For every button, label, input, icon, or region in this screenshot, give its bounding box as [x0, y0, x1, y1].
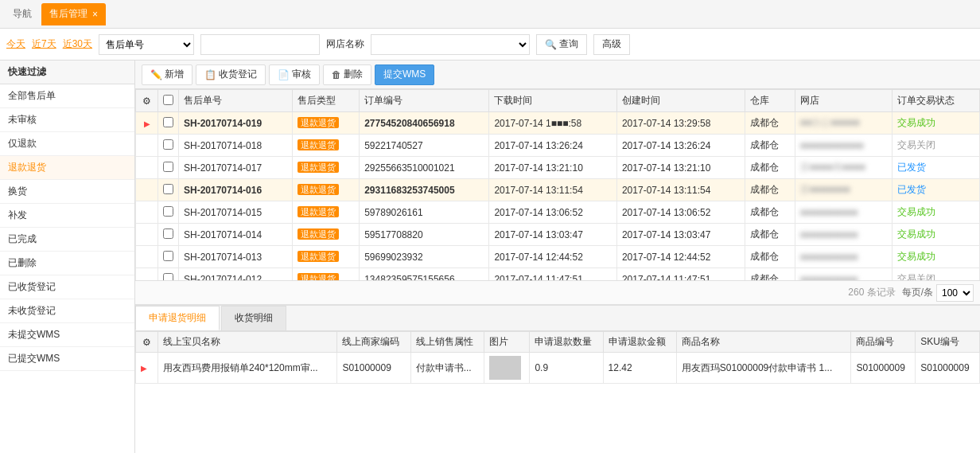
nav-bar: 导航 售后管理 ×: [0, 0, 980, 29]
bottom-col-seller-code: 线上商家编码: [337, 332, 410, 353]
row-order-num: 59221740527: [364, 140, 422, 151]
row-id: SH-20170714-019: [184, 118, 262, 129]
row-checkbox-cell: [158, 224, 179, 246]
row-checkbox[interactable]: [163, 206, 173, 217]
sidebar-item-reissue[interactable]: 补发: [0, 204, 134, 228]
total-records: 260 条记录: [848, 286, 895, 299]
query-button[interactable]: 🔍 查询: [536, 34, 587, 55]
filter-bar: 今天 近7天 近30天 售后单号 网店名称 🔍 查询 高级: [0, 29, 980, 61]
col-warehouse: 仓库: [745, 90, 795, 112]
row-type-cell: 退款退货: [293, 246, 360, 268]
row-order-cell: 59699023932: [360, 246, 489, 268]
row-checkbox[interactable]: [163, 139, 173, 150]
row-checkbox[interactable]: [163, 117, 173, 127]
row-checkbox[interactable]: [163, 184, 173, 194]
row-shop-cell: 苏■■■■■■■: [795, 179, 892, 201]
search-input[interactable]: [200, 34, 320, 55]
sidebar-item-not-submitted-wms[interactable]: 未提交WMS: [0, 323, 134, 347]
shop-selector[interactable]: [371, 34, 530, 55]
advanced-button[interactable]: 高级: [593, 34, 630, 55]
sidebar-item-submitted-wms[interactable]: 已提交WMS: [0, 347, 134, 371]
receive-label: 收货登记: [219, 68, 257, 81]
row-shop-cell: ■■■■■■■■■■: [795, 268, 892, 281]
audit-icon: 📄: [278, 69, 290, 80]
content-area: ✏️ 新增 📋 收货登记 📄 审核 🗑 删除 提交WMS: [135, 61, 980, 453]
row-type-tag: 退款退货: [298, 206, 339, 217]
bottom-table-wrap: ⚙ 线上宝贝名称 线上商家编码 线上销售属性 图片 申请退款数量 申请退款金额 …: [135, 331, 980, 384]
row-status: 交易成功: [897, 228, 935, 240]
sidebar-item-refund-only[interactable]: 仅退款: [0, 132, 134, 156]
row-shop-cell: ■■办公■■■■■: [795, 112, 892, 135]
filter-last7[interactable]: 近7天: [32, 37, 56, 51]
tab-refund-detail[interactable]: 申请退货明细: [135, 306, 220, 330]
row-type-cell: 退款退货: [293, 224, 360, 246]
row-checkbox-cell: [158, 246, 179, 268]
sidebar-item-deleted[interactable]: 已删除: [0, 252, 134, 275]
row-download-cell: 2017-07-14 13:21:10: [489, 157, 617, 179]
bottom-settings-col[interactable]: ⚙: [136, 332, 158, 353]
field-selector[interactable]: 售后单号: [99, 34, 194, 55]
row-play-cell: [136, 135, 158, 157]
row-download-cell: 2017-07-14 11:47:51: [489, 268, 617, 281]
select-all-checkbox[interactable]: [163, 95, 173, 105]
sidebar-item-not-received[interactable]: 未收货登记: [0, 299, 134, 323]
row-status-cell: 交易成功: [892, 224, 980, 246]
per-page-label: 每页/条: [902, 286, 933, 299]
row-order-cell: 29255663510001021: [360, 157, 489, 179]
tab-receive-detail[interactable]: 收货明细: [221, 306, 286, 330]
receive-button[interactable]: 📋 收货登记: [196, 64, 266, 85]
table-row: SH-20170714-014 退款退货 59517708820 2017-07…: [136, 224, 980, 246]
query-label: 查询: [559, 37, 578, 51]
row-status: 已发货: [897, 162, 926, 173]
sidebar-item-received[interactable]: 已收货登记: [0, 275, 134, 299]
row-created-cell: 2017-07-14 13:26:24: [616, 135, 745, 157]
sidebar-item-all[interactable]: 全部售后单: [0, 84, 134, 108]
nav-tab-close[interactable]: ×: [92, 10, 98, 19]
filter-today[interactable]: 今天: [6, 37, 25, 51]
sidebar-item-refund-return[interactable]: 退款退货: [0, 156, 134, 180]
sidebar-item-unaudited[interactable]: 未审核: [0, 108, 134, 132]
row-checkbox[interactable]: [163, 273, 173, 281]
bottom-col-qty: 申请退款数量: [530, 332, 603, 353]
row-play-cell: [136, 157, 158, 179]
submit-wms-label: 提交WMS: [383, 68, 426, 81]
nav-home[interactable]: 导航: [6, 4, 38, 24]
col-status: 订单交易状态: [892, 90, 980, 112]
table-row: SH-20170714-015 退款退货 59789026161 2017-07…: [136, 201, 980, 224]
filter-last30[interactable]: 近30天: [63, 37, 92, 51]
table-row: SH-20170714-018 退款退货 59221740527 2017-07…: [136, 135, 980, 157]
row-checkbox[interactable]: [163, 228, 173, 239]
submit-wms-button[interactable]: 提交WMS: [375, 64, 434, 85]
row-id: SH-20170714-018: [184, 140, 262, 151]
row-type-cell: 退款退货: [293, 179, 360, 201]
row-status: 交易成功: [897, 251, 935, 262]
row-shop: ■■■■■■■■■■: [800, 207, 858, 218]
delete-button[interactable]: 🗑 删除: [323, 64, 371, 85]
sidebar-item-completed[interactable]: 已完成: [0, 228, 134, 252]
col-type: 售后类型: [293, 90, 360, 112]
bottom-tab-bar: 申请退货明细 收货明细: [135, 306, 980, 331]
row-type-tag: 退款退货: [298, 251, 339, 262]
row-checkbox[interactable]: [163, 162, 173, 172]
audit-label: 审核: [292, 68, 311, 81]
row-shop: 苏■■■■寿■■■■: [800, 162, 865, 173]
row-order-num: 59699023932: [364, 252, 422, 263]
audit-button[interactable]: 📄 审核: [269, 64, 320, 85]
row-type-cell: 退款退货: [293, 268, 360, 281]
sidebar-item-exchange[interactable]: 换货: [0, 180, 134, 204]
row-status-cell: 已发货: [892, 179, 980, 201]
row-checkbox[interactable]: [163, 251, 173, 261]
settings-col-header[interactable]: ⚙: [136, 90, 158, 112]
row-id: SH-20170714-012: [184, 274, 262, 281]
row-status: 交易关闭: [897, 139, 935, 150]
row-type-tag: 退款退货: [298, 162, 339, 173]
nav-active-tab[interactable]: 售后管理 ×: [41, 3, 106, 25]
per-page-select[interactable]: 100: [936, 284, 974, 302]
bottom-col-product-code: 商品编号: [851, 332, 916, 353]
row-type-cell: 退款退货: [293, 201, 360, 224]
add-button[interactable]: ✏️ 新增: [142, 64, 192, 85]
pagination: 260 条记录 每页/条 100: [135, 280, 980, 304]
bottom-table-row: ▶ 用友西玛费用报销单240*120mm审... S01000009 付款申请书…: [136, 353, 980, 384]
row-warehouse-cell: 成都仓: [745, 112, 795, 135]
row-download-cell: 2017-07-14 1■■■:58: [489, 112, 617, 135]
